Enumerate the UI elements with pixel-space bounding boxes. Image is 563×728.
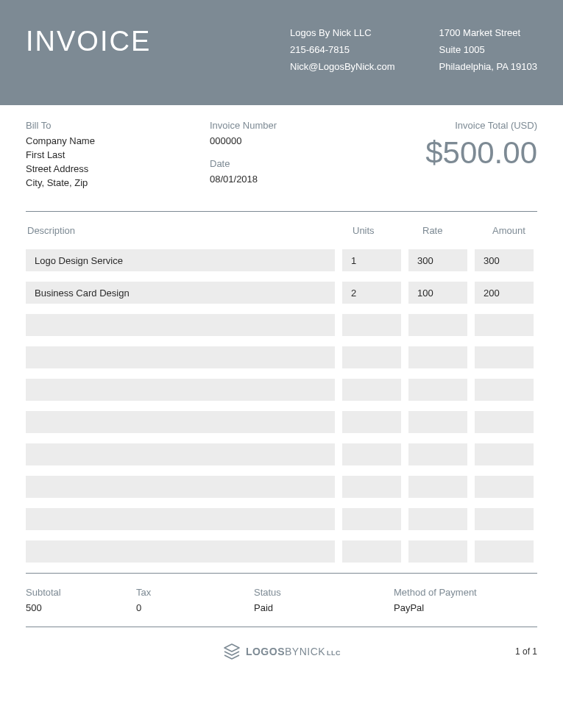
address-suite: Suite 1005	[439, 43, 537, 58]
payment-label: Method of Payment	[394, 587, 537, 598]
line-item-row	[26, 379, 537, 401]
bill-to-label: Bill To	[26, 120, 210, 131]
payment-value: PayPal	[394, 602, 537, 613]
logo-icon	[222, 642, 241, 661]
invoice-meta: Invoice Number 000000 Date 08/01/2018	[210, 120, 357, 196]
line-item-desc: Business Card Design	[26, 282, 335, 304]
bill-to-street: Street Address	[26, 163, 210, 174]
company-email: Nick@LogosByNick.com	[290, 60, 395, 75]
col-amount: Amount	[482, 225, 537, 236]
tax-label: Tax	[136, 587, 254, 598]
line-item-rate	[408, 379, 467, 401]
line-item-desc: Logo Design Service	[26, 249, 335, 271]
invoice-total-value: $500.00	[357, 135, 537, 171]
footer: LOGOSBYNICKLLC 1 of 1	[26, 642, 537, 668]
page-title: INVOICE	[26, 26, 151, 76]
payment-block: Method of Payment PayPal	[394, 587, 537, 616]
line-item-desc	[26, 314, 335, 336]
line-item-units	[342, 411, 401, 433]
line-item-amount	[475, 314, 534, 336]
line-item-amount	[475, 411, 534, 433]
logo-text-bold: LOGOS	[246, 646, 285, 657]
divider	[26, 573, 537, 574]
invoice-number-label: Invoice Number	[210, 120, 357, 131]
status-label: Status	[254, 587, 394, 598]
divider	[26, 627, 537, 627]
line-item-amount	[475, 346, 534, 368]
subtotal-block: Subtotal 500	[26, 587, 136, 616]
line-item-row	[26, 476, 537, 498]
line-item-row	[26, 540, 537, 563]
divider	[26, 211, 537, 212]
company-info: Logos By Nick LLC 215-664-7815 Nick@Logo…	[290, 26, 395, 76]
line-item-desc	[26, 379, 335, 401]
line-item-amount: 200	[475, 282, 534, 304]
line-item-desc	[26, 508, 335, 530]
invoice-header: INVOICE Logos By Nick LLC 215-664-7815 N…	[0, 0, 563, 105]
line-item-units	[342, 379, 401, 401]
status-block: Status Paid	[254, 587, 394, 616]
invoice-total-block: Invoice Total (USD) $500.00	[357, 120, 537, 196]
address-city: Philadelphia, PA 19103	[439, 60, 537, 75]
line-item-row	[26, 346, 537, 368]
address-street: 1700 Market Street	[439, 26, 537, 41]
company-phone: 215-664-7815	[290, 43, 395, 58]
line-item-units	[342, 540, 401, 563]
logo-text-light: BYNICK	[285, 646, 325, 657]
line-item-units	[342, 443, 401, 465]
line-item-amount	[475, 540, 534, 563]
line-item-rate	[408, 540, 467, 563]
col-rate: Rate	[412, 225, 482, 236]
tax-block: Tax 0	[136, 587, 254, 616]
line-item-row: Logo Design Service1300300	[26, 249, 537, 271]
line-item-rate: 300	[408, 249, 467, 271]
line-item-desc	[26, 443, 335, 465]
col-units: Units	[342, 225, 412, 236]
line-item-row	[26, 508, 537, 530]
line-item-amount	[475, 476, 534, 498]
header-info: Logos By Nick LLC 215-664-7815 Nick@Logo…	[290, 26, 537, 76]
bill-to-city: City, State, Zip	[26, 177, 210, 188]
line-item-rate	[408, 476, 467, 498]
logo-text: LOGOSBYNICKLLC	[246, 646, 341, 657]
line-items: Logo Design Service1300300Business Card …	[26, 249, 537, 563]
line-item-rate	[408, 411, 467, 433]
line-item-desc	[26, 476, 335, 498]
invoice-body: Bill To Company Name First Last Street A…	[0, 105, 563, 683]
footer-logo: LOGOSBYNICKLLC	[222, 642, 341, 661]
company-name: Logos By Nick LLC	[290, 26, 395, 41]
status-value: Paid	[254, 602, 394, 613]
line-item-amount	[475, 379, 534, 401]
bill-to-block: Bill To Company Name First Last Street A…	[26, 120, 210, 196]
line-item-desc	[26, 346, 335, 368]
line-item-row	[26, 411, 537, 433]
page-number: 1 of 1	[515, 646, 537, 657]
summary-row: Subtotal 500 Tax 0 Status Paid Method of…	[26, 587, 537, 616]
line-item-units: 2	[342, 282, 401, 304]
bill-to-name: First Last	[26, 149, 210, 160]
tax-value: 0	[136, 602, 254, 613]
line-item-rate	[408, 443, 467, 465]
line-item-desc	[26, 540, 335, 563]
line-item-units	[342, 314, 401, 336]
line-item-units	[342, 476, 401, 498]
col-description: Description	[26, 225, 342, 236]
line-item-desc	[26, 411, 335, 433]
line-item-row: Business Card Design2100200	[26, 282, 537, 304]
subtotal-value: 500	[26, 602, 136, 613]
date-label: Date	[210, 158, 357, 169]
subtotal-label: Subtotal	[26, 587, 136, 598]
table-header: Description Units Rate Amount	[26, 225, 537, 236]
meta-row: Bill To Company Name First Last Street A…	[26, 120, 537, 196]
line-item-row	[26, 314, 537, 336]
line-item-amount: 300	[475, 249, 534, 271]
line-item-units	[342, 346, 401, 368]
line-item-rate	[408, 314, 467, 336]
invoice-total-label: Invoice Total (USD)	[357, 120, 537, 131]
date-value: 08/01/2018	[210, 174, 357, 185]
bill-to-company: Company Name	[26, 135, 210, 146]
line-item-amount	[475, 508, 534, 530]
invoice-number-value: 000000	[210, 135, 357, 146]
line-item-rate	[408, 346, 467, 368]
line-item-row	[26, 443, 537, 465]
